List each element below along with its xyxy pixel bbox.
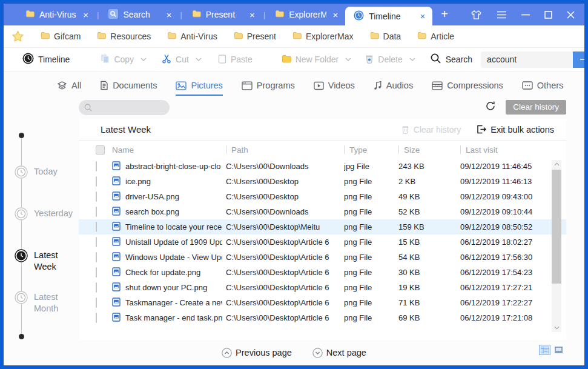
favorite-item-data[interactable]: Data — [370, 32, 401, 41]
new-folder-button[interactable]: New Folder — [282, 55, 352, 65]
paste-button[interactable]: Paste — [218, 54, 253, 65]
exit-bulk-actions-button[interactable]: Exit bulk actions — [477, 125, 554, 135]
tab-close-icon[interactable]: × — [82, 10, 90, 20]
scrollbar-track[interactable] — [552, 168, 561, 324]
tab-close-icon[interactable]: × — [418, 11, 426, 21]
compressions-icon — [432, 81, 443, 90]
search-submit-button[interactable] — [573, 52, 588, 68]
file-path: C:\Users\00\Downloads — [226, 207, 344, 216]
delete-button[interactable]: Delete — [365, 54, 415, 65]
chevron-down-icon[interactable] — [196, 58, 202, 61]
filter-tab-videos[interactable]: Videos — [314, 81, 355, 96]
favorite-item-resources[interactable]: Resources — [97, 32, 151, 41]
favorite-item-article[interactable]: Article — [417, 32, 454, 41]
tab-anti-virus[interactable]: Anti-Virus× — [17, 4, 96, 25]
cut-button[interactable]: Cut — [162, 54, 202, 65]
chevron-down-icon[interactable] — [345, 58, 351, 61]
filter-tab-all[interactable]: All — [57, 81, 81, 96]
search-label: Search — [446, 55, 472, 64]
skin-icon[interactable] — [471, 10, 482, 20]
filter-tab-programs[interactable]: Programs — [242, 81, 295, 96]
tab-explorerm-[interactable]: ExplorerM...× — [266, 4, 345, 25]
rail-item-yesterday[interactable]: Yesterday — [15, 207, 76, 223]
trash-icon — [401, 125, 409, 134]
tab-timeline[interactable]: Timeline× — [345, 7, 432, 25]
tab-close-icon[interactable]: × — [165, 10, 173, 20]
maximize-icon[interactable] — [544, 11, 552, 19]
favorite-item-gifcam[interactable]: Gifcam — [41, 32, 81, 41]
folder-icon — [192, 10, 201, 19]
list-search-input[interactable] — [79, 100, 170, 115]
row-checkbox[interactable] — [96, 282, 97, 293]
refresh-icon[interactable] — [485, 101, 496, 114]
favorite-item-present[interactable]: Present — [234, 32, 276, 41]
row-checkbox[interactable] — [96, 191, 97, 202]
clear-history-button[interactable]: Clear history — [506, 100, 566, 115]
rail-item-today[interactable]: Today — [15, 165, 76, 181]
copy-button[interactable]: Copy — [101, 54, 147, 65]
filter-tab-compressions[interactable]: Compressions — [432, 81, 503, 96]
table-row[interactable]: Task manager - end task.pnC:\Users\00\De… — [79, 310, 566, 325]
row-checkbox[interactable] — [96, 313, 97, 323]
scrollbar[interactable] — [552, 160, 561, 332]
thumbnail-view-icon[interactable] — [553, 345, 564, 355]
table-row[interactable]: Unistall Update of 1909 UpdC:\Users\00\D… — [79, 234, 566, 250]
table-row[interactable]: shut down your PC.pngC:\Users\00\Desktop… — [79, 280, 566, 295]
new-tab-button[interactable]: + — [432, 7, 457, 22]
file-size: 2 KB — [398, 177, 460, 186]
file-path: C:\Users\00\Desktop\Article 6 — [226, 238, 344, 247]
tabs-container: Anti-Virus×|Search×|Present×|ExplorerM..… — [17, 4, 432, 25]
previous-page-button[interactable]: Previous page — [222, 348, 292, 358]
select-all-checkbox[interactable] — [96, 145, 105, 155]
chevron-down-icon[interactable] — [409, 58, 415, 61]
row-checkbox[interactable] — [96, 298, 97, 308]
scrollbar-thumb[interactable] — [552, 170, 561, 284]
menu-icon[interactable] — [497, 11, 507, 19]
table-row[interactable]: search box.pngC:\Users\00\Downloadspng F… — [79, 204, 566, 219]
tab-close-icon[interactable]: × — [331, 10, 339, 20]
next-page-button[interactable]: Next page — [312, 348, 366, 358]
table-row[interactable]: abstract-bright-close-up-cloC:\Users\00\… — [79, 159, 566, 174]
row-checkbox[interactable] — [96, 207, 97, 217]
timeline-view-button[interactable]: Timeline — [22, 53, 70, 66]
row-checkbox[interactable] — [96, 161, 97, 171]
row-checkbox[interactable] — [96, 252, 97, 262]
section-clear-history-button[interactable]: Clear history — [401, 125, 461, 135]
row-checkbox[interactable] — [96, 237, 97, 247]
previous-page-label: Previous page — [236, 348, 292, 357]
column-header-type: Type — [344, 145, 398, 154]
filter-tab-others[interactable]: Others — [522, 81, 564, 96]
search-button[interactable]: Search — [430, 53, 472, 66]
table-row[interactable]: ice.pngC:\Users\00\Desktoppng File2 KB09… — [79, 174, 566, 189]
table-row[interactable]: driver-USA.pngC:\Users\00\Desktoppng Fil… — [79, 189, 566, 204]
detail-view-icon[interactable] — [539, 345, 550, 355]
favorite-item-anti-virus[interactable]: Anti-Virus — [167, 32, 217, 41]
rail-item-latest-month[interactable]: Latest Month — [15, 291, 76, 314]
chevron-down-icon[interactable] — [140, 58, 147, 61]
favorite-item-explorermax[interactable]: ExplorerMax — [292, 32, 354, 41]
scroll-up-icon[interactable] — [552, 160, 561, 168]
image-file-icon — [112, 252, 121, 263]
table-row[interactable]: Check for update.pngC:\Users\00\Desktop\… — [79, 265, 566, 280]
table-body: abstract-bright-close-up-cloC:\Users\00\… — [79, 159, 566, 325]
row-checkbox[interactable] — [96, 267, 97, 278]
row-checkbox[interactable] — [96, 176, 97, 187]
search-input[interactable] — [481, 52, 573, 68]
tab-present[interactable]: Present× — [183, 4, 262, 25]
tab-search[interactable]: Search× — [100, 4, 179, 25]
row-checkbox[interactable] — [96, 222, 97, 232]
favorites-bar: GifcamResourcesAnti-VirusPresentExplorer… — [4, 25, 584, 48]
table-row[interactable]: Taskmanager - Create a nevC:\Users\00\De… — [79, 295, 566, 310]
filter-tab-pictures[interactable]: Pictures — [176, 81, 222, 96]
table-row[interactable]: Timeline to locate your receC:\Users\00\… — [79, 219, 566, 234]
star-icon[interactable] — [12, 30, 24, 42]
close-icon[interactable] — [567, 11, 575, 19]
filter-tab-audios[interactable]: Audios — [374, 81, 413, 96]
filter-tab-documents[interactable]: Documents — [100, 81, 157, 96]
rail-item-latest-week[interactable]: Latest Week — [15, 249, 76, 273]
tab-close-icon[interactable]: × — [248, 10, 256, 20]
minimize-icon[interactable] — [521, 14, 530, 16]
scroll-down-icon[interactable] — [552, 324, 561, 332]
table-row[interactable]: Windows Update - View UpdC:\Users\00\Des… — [79, 250, 566, 265]
file-type: png File — [344, 238, 398, 247]
